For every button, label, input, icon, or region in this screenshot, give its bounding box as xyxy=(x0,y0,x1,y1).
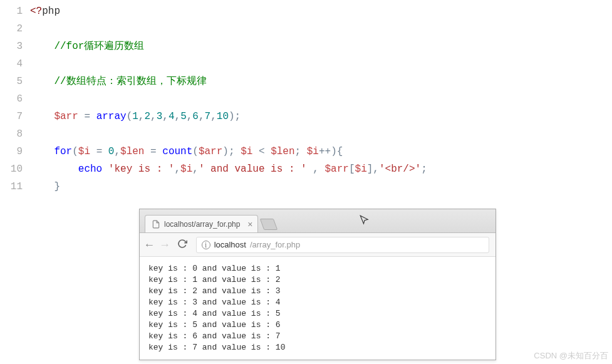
paren: ) xyxy=(331,146,337,157)
comment: //数组特点：索引数组，下标规律 xyxy=(54,76,206,87)
keyword: for xyxy=(54,146,72,157)
code-line xyxy=(30,55,612,73)
line-number: 2 xyxy=(0,20,23,38)
operator: = xyxy=(144,146,162,157)
paren: ( xyxy=(192,146,199,157)
browser-content: key is : 0 and value is : 1 key is : 1 a… xyxy=(140,257,495,360)
code-line: for($i = 0,$len = count($arr); $i < $len… xyxy=(30,143,612,160)
semicolon: ; xyxy=(229,146,241,157)
comma: , xyxy=(307,164,325,175)
comma: , xyxy=(373,164,379,175)
paren: ( xyxy=(127,111,133,122)
code-line: $arr = array(1,2,3,4,5,6,7,10); xyxy=(30,108,612,125)
bracket: ] xyxy=(367,164,373,175)
url-path: /array_for.php xyxy=(250,240,300,249)
line-number: 5 xyxy=(0,73,23,90)
line-number: 10 xyxy=(0,160,23,178)
operator: ++ xyxy=(319,146,331,157)
variable: $i xyxy=(241,146,252,157)
comma: , xyxy=(210,111,217,122)
code-line: //数组特点：索引数组，下标规律 xyxy=(30,73,612,90)
line-number: 6 xyxy=(0,90,23,108)
line-number: 7 xyxy=(0,108,23,125)
code-line xyxy=(30,90,612,108)
cursor-icon xyxy=(359,214,370,229)
info-icon[interactable]: i xyxy=(202,241,210,249)
variable: $i xyxy=(307,146,319,157)
comma: , xyxy=(187,111,193,122)
output-line: key is : 7 and value is : 10 xyxy=(148,342,487,353)
php-keyword: php xyxy=(42,6,60,17)
number: 5 xyxy=(180,111,187,122)
output-line: key is : 5 and value is : 6 xyxy=(148,320,487,331)
number: 2 xyxy=(144,111,150,122)
operator: = xyxy=(90,146,108,157)
function: array xyxy=(96,111,127,122)
output-line: key is : 1 and value is : 2 xyxy=(148,274,487,286)
browser-toolbar: ← → i localhost/array_for.php xyxy=(140,233,495,257)
code-line: <?php xyxy=(30,3,612,20)
output-line: key is : 0 and value is : 1 xyxy=(148,263,487,274)
comma: , xyxy=(150,111,157,122)
line-number: 11 xyxy=(0,178,23,195)
variable: $arr xyxy=(325,164,349,175)
paren: ( xyxy=(72,146,78,157)
forward-button[interactable]: → xyxy=(162,239,169,251)
line-number: 9 xyxy=(0,143,23,160)
number: 0 xyxy=(108,146,115,157)
comma: , xyxy=(162,111,169,122)
number: 6 xyxy=(192,111,199,122)
comma: , xyxy=(192,164,199,175)
variable: $i xyxy=(355,164,367,175)
new-tab-button[interactable] xyxy=(260,219,278,230)
space xyxy=(102,164,108,175)
paren: ) xyxy=(222,146,229,157)
line-number: 1 xyxy=(0,3,23,20)
line-number: 3 xyxy=(0,38,23,55)
reload-button[interactable] xyxy=(177,239,187,251)
comment: //for循环遍历数组 xyxy=(54,41,144,52)
string: 'key is : ' xyxy=(108,164,175,175)
code-line: //for循环遍历数组 xyxy=(30,38,612,55)
code-content: <?php //for循环遍历数组 //数组特点：索引数组，下标规律 $arr … xyxy=(30,3,612,195)
comma: , xyxy=(174,164,180,175)
variable: $arr xyxy=(54,111,78,122)
url-host: localhost xyxy=(214,240,246,249)
output-line: key is : 3 and value is : 4 xyxy=(148,297,487,308)
address-bar[interactable]: i localhost/array_for.php xyxy=(196,237,489,253)
code-editor: 1 2 3 4 5 6 7 8 9 10 11 <?php //for循环遍历数… xyxy=(0,0,612,195)
browser-tab[interactable]: localhost/array_for.php × xyxy=(145,215,258,232)
browser-window: localhost/array_for.php × ← → i localhos… xyxy=(139,209,496,360)
semicolon: ; xyxy=(295,146,307,157)
back-button[interactable]: ← xyxy=(146,239,153,251)
file-icon xyxy=(152,220,160,229)
keyword: echo xyxy=(78,164,102,175)
brace: } xyxy=(54,181,60,192)
semicolon: ; xyxy=(421,164,427,175)
number: 1 xyxy=(132,111,138,122)
close-icon[interactable]: × xyxy=(247,220,252,229)
operator: = xyxy=(78,111,96,122)
line-number-gutter: 1 2 3 4 5 6 7 8 9 10 11 xyxy=(0,3,30,195)
php-open-tag: <? xyxy=(30,6,42,17)
variable: $len xyxy=(271,146,294,157)
browser-tab-strip: localhost/array_for.php × xyxy=(140,209,495,233)
bracket: [ xyxy=(349,164,355,175)
variable: $len xyxy=(120,146,144,157)
string: '<br/>' xyxy=(379,164,421,175)
output-line: key is : 6 and value is : 7 xyxy=(148,331,487,342)
number: 7 xyxy=(205,111,211,122)
tab-title: localhost/array_for.php xyxy=(164,220,240,229)
variable: $i xyxy=(180,164,192,175)
code-line: } xyxy=(30,178,612,195)
comma: , xyxy=(175,111,181,122)
output-line: key is : 4 and value is : 5 xyxy=(148,308,487,320)
line-number: 8 xyxy=(0,125,23,143)
code-line xyxy=(30,20,612,38)
line-number: 4 xyxy=(0,55,23,73)
operator: < xyxy=(252,146,271,157)
variable: $arr xyxy=(199,146,222,157)
function: count xyxy=(162,146,192,157)
number: 10 xyxy=(217,111,229,122)
number: 3 xyxy=(157,111,163,122)
